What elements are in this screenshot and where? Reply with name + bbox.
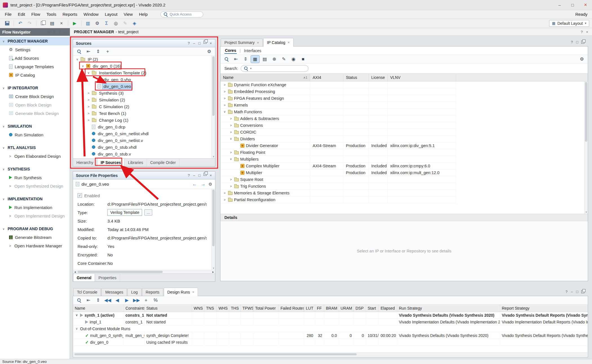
properties-tab-properties[interactable]: Properties <box>95 274 120 281</box>
restart-button[interactable]: ◀◀ <box>103 297 112 304</box>
subtab-interfaces[interactable]: Interfaces <box>243 48 262 54</box>
menu-item-flow[interactable]: Flow <box>28 10 43 19</box>
tree-row-ip-2[interactable]: ∨IP (2) <box>73 56 215 63</box>
bottom-tab-tcl-console[interactable]: Tcl Console <box>73 288 101 296</box>
help-icon[interactable]: ? <box>564 289 569 294</box>
settings-button[interactable]: ⚙ <box>578 56 586 63</box>
settings-button[interactable]: ⚙ <box>93 20 101 27</box>
minimize-icon[interactable]: – <box>191 41 197 46</box>
help-icon[interactable]: ? <box>569 39 575 45</box>
fn-section-implementation[interactable]: ∨IMPLEMENTATION <box>0 195 70 203</box>
ipc-row-embedded-processing[interactable]: >Embedded Processing <box>220 88 456 95</box>
runs-column-header-ths[interactable]: THS <box>229 305 241 312</box>
caret-right-icon[interactable]: > <box>223 97 227 100</box>
bottom-tab-design-runs[interactable]: Design Runs× <box>164 288 198 296</box>
fn-item-run-synthesis[interactable]: Run Synthesis <box>0 173 70 182</box>
float-icon[interactable] <box>204 173 207 176</box>
run-automation-button[interactable]: ◉ <box>289 56 298 63</box>
runs-column-header-start[interactable]: Start <box>366 305 379 312</box>
fn-item-ip-catalog[interactable]: IP Catalog <box>0 71 70 79</box>
close-tab-icon[interactable]: × <box>257 41 259 45</box>
runs-column-header-dsp[interactable]: DSP <box>354 305 366 312</box>
caret-right-icon[interactable]: > <box>87 118 90 122</box>
runs-column-header-lut[interactable]: LUT <box>304 305 315 312</box>
fn-section-ip-integrator[interactable]: ∨IP INTEGRATOR <box>0 84 70 92</box>
scrollbar-thumb[interactable] <box>585 82 587 142</box>
bottom-tab-reports[interactable]: Reports <box>142 288 163 296</box>
run-row-mult-gen-0-synth-1[interactable]: ✓mult_gen_0_synth_1mult_gen_0synth_desig… <box>73 332 588 339</box>
ipc-row-trig-functions[interactable]: >Trig Functions <box>220 183 456 190</box>
close-tab-icon[interactable]: × <box>192 290 195 294</box>
maximize-icon[interactable]: □ <box>197 41 202 46</box>
add-sources-button[interactable]: + <box>103 48 112 55</box>
caret-down-icon[interactable]: ∨ <box>81 64 85 68</box>
caret-right-icon[interactable]: > <box>229 178 233 181</box>
sum-button[interactable]: Σ <box>102 20 111 27</box>
vertical-scrollbar[interactable]: ∨ <box>584 81 588 214</box>
scroll-down-button[interactable]: ∨ <box>212 266 215 270</box>
caret-right-icon[interactable]: > <box>229 124 233 127</box>
ipc-row-math-functions[interactable]: ∨Math Functions <box>220 108 456 115</box>
ipc-row-kernels[interactable]: >Kernels <box>220 102 456 108</box>
fn-item-open-block-design[interactable]: Open Block Design <box>0 101 70 109</box>
fn-section-simulation[interactable]: ∨SIMULATION <box>0 122 70 130</box>
menu-item-tools[interactable]: Tools <box>43 10 59 19</box>
fn-item-generate-bitstream[interactable]: Generate Bitstream <box>0 233 70 241</box>
runs-column-header-total-power[interactable]: Total Power <box>253 305 279 312</box>
quick-access-search[interactable]: Quick Access <box>160 11 203 17</box>
menu-item-layout[interactable]: Layout <box>102 10 121 19</box>
play-button[interactable]: ▶ <box>123 297 131 304</box>
caret-right-icon[interactable]: > <box>87 112 90 115</box>
runs-column-header-status[interactable]: Status <box>145 305 192 312</box>
ipc-row-multipliers[interactable]: ∨Multipliers <box>220 156 456 163</box>
runs-column-header-constraints[interactable]: Constraints <box>124 305 145 312</box>
scroll-left-button[interactable]: ◀ <box>73 270 77 274</box>
fn-item-run-implementation[interactable]: Run Implementation <box>0 203 70 212</box>
collapse-all-button[interactable]: ⇤ <box>84 48 93 55</box>
maximize-button[interactable]: □ <box>566 0 579 10</box>
float-icon[interactable] <box>581 41 584 44</box>
maximize-icon[interactable]: □ <box>575 289 580 294</box>
float-icon[interactable] <box>581 290 584 293</box>
help-icon[interactable]: ? <box>186 41 191 46</box>
expand-all-button[interactable]: ⇕ <box>241 56 250 63</box>
runs-column-header-wns[interactable]: WNS <box>192 305 204 312</box>
expand-icon[interactable]: ⇕ <box>52 29 57 35</box>
scroll-down-button[interactable]: ∨ <box>212 154 215 158</box>
fn-item-open-synthesized-design[interactable]: >Open Synthesized Design <box>0 182 70 190</box>
run-row-impl-1[interactable]: impl_1constrs_1Not startedVivado Impleme… <box>73 319 588 325</box>
menu-item-edit[interactable]: Edit <box>15 10 28 19</box>
undo-button[interactable]: ↶ <box>16 20 25 27</box>
collapse-all-button[interactable]: ⇤ <box>232 56 240 63</box>
runs-column-header-tpws[interactable]: TPWS <box>241 305 253 312</box>
edit-button[interactable]: ✎ <box>121 20 129 27</box>
caret-down-icon[interactable]: ∨ <box>229 157 233 161</box>
fn-item-add-sources[interactable]: Add Sources <box>0 54 70 62</box>
maximize-icon[interactable]: □ <box>197 173 202 178</box>
caret-right-icon[interactable]: > <box>87 105 90 108</box>
type-dropdown[interactable]: Verilog Template <box>107 209 142 216</box>
caret-right-icon[interactable]: > <box>223 198 227 201</box>
minimize-icon[interactable]: – <box>191 173 197 178</box>
tree-row-div-gen-0-16[interactable]: ∨div_gen_0 (16) <box>73 63 215 69</box>
search-button[interactable] <box>75 48 83 55</box>
fn-item-open-hardware-manager[interactable]: >Open Hardware Manager <box>0 241 70 250</box>
caret-right-icon[interactable]: > <box>87 91 90 95</box>
menu-item-help[interactable]: Help <box>136 10 151 19</box>
ip-search-input[interactable]: ▾ <box>241 65 308 72</box>
sources-tab-compile-order[interactable]: Compile Order <box>147 159 180 166</box>
tree-row-c-simulation-2[interactable]: >C Simulation (2) <box>73 103 215 110</box>
runs-column-header-tns[interactable]: TNS <box>204 305 217 312</box>
caret-down-icon[interactable]: ∨ <box>75 313 79 317</box>
maximize-icon[interactable]: □ <box>575 39 580 45</box>
float-icon[interactable] <box>204 41 207 44</box>
menu-item-file[interactable]: File <box>2 10 15 19</box>
tree-row-change-log-1[interactable]: >Change Log (1) <box>73 117 215 123</box>
runs-column-header-ff[interactable]: FF <box>315 305 324 312</box>
caret-right-icon[interactable]: > <box>223 191 227 195</box>
tree-row-div-gen-0-sim-netlist-vhdl[interactable]: div_gen_0_sim_netlist.vhdl <box>73 130 215 137</box>
ipc-row-dividers[interactable]: ∨Dividers <box>220 136 456 142</box>
scroll-right-button[interactable]: ▶ <box>211 270 215 274</box>
vertical-scrollbar[interactable]: ∨ <box>211 56 215 158</box>
tree-row-div-gen-0-veo[interactable]: div_gen_0.veo <box>73 83 215 90</box>
